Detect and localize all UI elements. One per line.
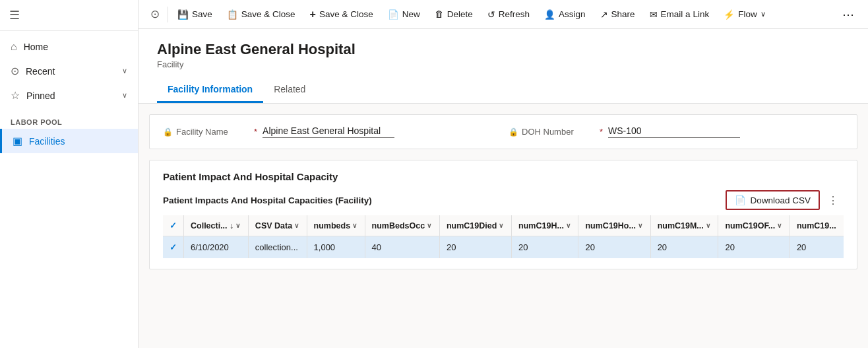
row-numC19OF: 20 bbox=[718, 236, 790, 259]
save-close-button[interactable]: 📋 Save & Close bbox=[220, 5, 302, 24]
share-button[interactable]: ↗ Share bbox=[594, 5, 642, 24]
col-numC19Ho-header[interactable]: numC19Ho... ∨ bbox=[578, 215, 650, 236]
more-options-button[interactable]: ⋯ bbox=[836, 3, 861, 26]
sidebar-item-pinned[interactable]: ☆ Pinned ∨ bbox=[0, 83, 138, 108]
email-icon: ✉ bbox=[650, 9, 658, 20]
sidebar-nav: ⌂ Home ⊙ Recent ∨ ☆ Pinned ∨ bbox=[0, 31, 138, 112]
col-numC19Died-header[interactable]: numC19Died ∨ bbox=[439, 215, 511, 236]
tab-related[interactable]: Related bbox=[263, 77, 316, 103]
content-area: Alpine East General Hospital Facility Fa… bbox=[139, 29, 868, 348]
flow-chevron-icon: ∨ bbox=[760, 10, 766, 18]
sidebar-item-recent[interactable]: ⊙ Recent ∨ bbox=[0, 59, 138, 83]
table-header: ✓ Collecti... ↓ ∨ CSV Data bbox=[163, 215, 844, 236]
doh-number-value[interactable]: WS-100 bbox=[608, 125, 740, 138]
col-numbeds-header[interactable]: numbeds ∨ bbox=[307, 215, 365, 236]
history-button[interactable]: ⊙ bbox=[145, 3, 165, 25]
chevron-down-icon: ∨ bbox=[122, 91, 127, 100]
row-numC19H: 20 bbox=[512, 236, 578, 259]
refresh-button[interactable]: ↺ Refresh bbox=[481, 5, 536, 24]
patient-table: ✓ Collecti... ↓ ∨ CSV Data bbox=[163, 215, 844, 258]
more-vertical-icon: ⋮ bbox=[828, 195, 838, 206]
row-check-icon: ✓ bbox=[170, 242, 177, 252]
record-header: Alpine East General Hospital Facility Fa… bbox=[139, 29, 868, 104]
sidebar-item-label: Recent bbox=[26, 66, 55, 77]
assign-button[interactable]: 👤 Assign bbox=[538, 5, 592, 24]
sidebar-item-home[interactable]: ⌂ Home bbox=[0, 35, 138, 59]
tab-facility-information[interactable]: Facility Information bbox=[157, 77, 263, 103]
lock-icon: 🔒 bbox=[163, 127, 173, 137]
col-check-header[interactable]: ✓ bbox=[163, 215, 184, 236]
deactivate-button[interactable]: 📄 New bbox=[381, 5, 427, 24]
col-numC19last-header[interactable]: numC19... bbox=[790, 215, 844, 236]
row-numC19last: 20 bbox=[790, 236, 844, 259]
col-numbedsOcc-header[interactable]: numBedsOcc ∨ bbox=[365, 215, 439, 236]
chevron-down-icon: ∨ bbox=[427, 222, 431, 229]
save-button[interactable]: 💾 Save bbox=[171, 5, 219, 24]
row-csvdata: collection... bbox=[248, 236, 307, 259]
facilities-icon: ▣ bbox=[13, 135, 22, 147]
sidebar-item-label: Facilities bbox=[29, 136, 65, 147]
recent-icon: ⊙ bbox=[11, 65, 19, 77]
row-collecti: 6/10/2020 bbox=[184, 236, 249, 259]
doh-number-label: 🔒 DOH Number bbox=[509, 127, 594, 137]
record-title: Alpine East General Hospital bbox=[157, 41, 850, 58]
record-tabs: Facility Information Related bbox=[157, 77, 850, 103]
deactivate-icon: 📄 bbox=[388, 9, 399, 20]
new-button[interactable]: + Save & Close bbox=[303, 5, 380, 24]
col-csvdata-header[interactable]: CSV Data ∨ bbox=[248, 215, 307, 236]
col-numC19M-header[interactable]: numC19M... ∨ bbox=[650, 215, 718, 236]
patient-impact-section: Patient Impact And Hospital Capacity Pat… bbox=[149, 160, 857, 269]
hamburger-menu[interactable]: ☰ bbox=[0, 0, 138, 31]
facility-name-label: 🔒 Facility Name bbox=[163, 127, 249, 137]
more-icon: ⋯ bbox=[842, 7, 855, 22]
flow-button[interactable]: ⚡ Flow ∨ bbox=[717, 5, 772, 24]
col-collecti-header[interactable]: Collecti... ↓ ∨ bbox=[184, 215, 249, 236]
assign-icon: 👤 bbox=[544, 9, 555, 20]
sidebar-item-label: Pinned bbox=[26, 90, 55, 101]
share-icon: ↗ bbox=[600, 9, 608, 20]
save-icon: 💾 bbox=[177, 9, 189, 20]
flow-icon: ⚡ bbox=[724, 9, 735, 20]
email-link-button[interactable]: ✉ Email a Link bbox=[643, 5, 716, 24]
chevron-down-icon: ∨ bbox=[235, 222, 240, 229]
sidebar-item-label: Home bbox=[24, 42, 48, 52]
refresh-icon: ↺ bbox=[487, 9, 495, 20]
chevron-down-icon: ∨ bbox=[638, 222, 642, 229]
facility-name-required: * bbox=[254, 127, 257, 137]
chevron-down-icon: ∨ bbox=[122, 67, 127, 75]
facility-form-section: 🔒 Facility Name * Alpine East General Ho… bbox=[149, 114, 857, 149]
form-row: 🔒 Facility Name * Alpine East General Ho… bbox=[163, 125, 844, 138]
hamburger-icon: ☰ bbox=[9, 9, 20, 22]
sidebar-item-facilities[interactable]: ▣ Facilities bbox=[0, 129, 138, 153]
download-csv-button[interactable]: 📄 Download CSV bbox=[726, 190, 820, 210]
sidebar-section-label: Labor Pool bbox=[0, 112, 138, 129]
row-numC19Died: 20 bbox=[439, 236, 511, 259]
chevron-down-icon: ∨ bbox=[499, 222, 503, 229]
chevron-down-icon: ∨ bbox=[706, 222, 710, 229]
patient-section-more-button[interactable]: ⋮ bbox=[822, 191, 844, 209]
table-body: ✓ 6/10/2020 collection... 1,000 40 20 20… bbox=[163, 236, 844, 259]
row-numbedsOcc: 40 bbox=[365, 236, 439, 259]
row-numC19M: 20 bbox=[650, 236, 718, 259]
doh-number-field: 🔒 DOH Number * WS-100 bbox=[509, 125, 844, 138]
pin-icon: ☆ bbox=[11, 89, 20, 102]
col-numC19OF-header[interactable]: numC19OF... ∨ bbox=[718, 215, 790, 236]
table-header-row: ✓ Collecti... ↓ ∨ CSV Data bbox=[163, 215, 844, 236]
chevron-down-icon: ∨ bbox=[294, 222, 299, 229]
download-icon: 📄 bbox=[735, 195, 746, 205]
row-check[interactable]: ✓ bbox=[163, 236, 184, 259]
history-icon: ⊙ bbox=[150, 7, 160, 21]
record-subtitle: Facility bbox=[157, 59, 850, 69]
facility-name-value[interactable]: Alpine East General Hospital bbox=[263, 125, 394, 138]
delete-button[interactable]: 🗑 Delete bbox=[428, 5, 480, 23]
col-numC19H-header[interactable]: numC19H... ∨ bbox=[512, 215, 578, 236]
chevron-down-icon: ∨ bbox=[566, 222, 571, 229]
table-row[interactable]: ✓ 6/10/2020 collection... 1,000 40 20 20… bbox=[163, 236, 844, 259]
toolbar-divider bbox=[168, 7, 168, 22]
chevron-down-icon: ∨ bbox=[352, 222, 357, 229]
patient-section-subtitle: Patient Impacts And Hospital Capacities … bbox=[163, 195, 372, 205]
lock-icon: 🔒 bbox=[509, 127, 518, 137]
patient-section-header: Patient Impacts And Hospital Capacities … bbox=[163, 190, 844, 210]
row-numC19Ho: 20 bbox=[578, 236, 650, 259]
home-icon: ⌂ bbox=[11, 41, 17, 53]
